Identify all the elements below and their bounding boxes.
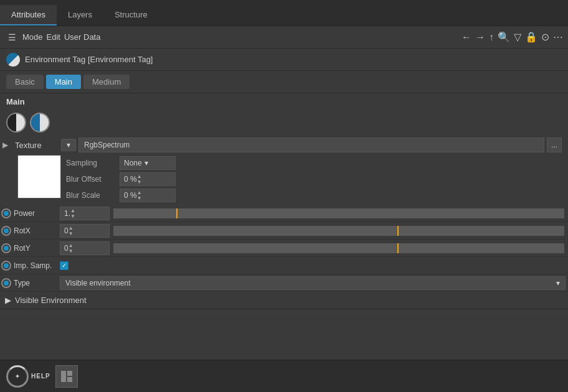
- edit-menu[interactable]: Edit: [47, 32, 60, 42]
- visible-env-label: Visible Environment: [15, 296, 87, 305]
- subtab-medium[interactable]: Medium: [83, 75, 130, 89]
- expand-arrow-icon[interactable]: ▶: [2, 141, 12, 149]
- blur-scale-label: Blur Scale: [66, 191, 116, 200]
- sampling-row: Sampling None ▾: [66, 156, 562, 170]
- texture-fields: Sampling None ▾ Blur Offset 0 % ▲▼ Blur …: [66, 155, 562, 202]
- rotx-slider[interactable]: [113, 226, 564, 236]
- toolbar-right: ← → ↑ 🔍 ▽ 🔒 ⊙ ⋯: [462, 31, 563, 43]
- imp-samp-label: Imp. Samp.: [14, 261, 57, 270]
- top-tab-bar: Attributes Layers Structure: [0, 0, 568, 26]
- roty-radio[interactable]: [1, 243, 11, 253]
- texture-dropdown-btn[interactable]: ▾: [61, 139, 76, 151]
- lock-icon[interactable]: 🔒: [525, 31, 537, 43]
- type-label: Type: [14, 279, 57, 287]
- subtab-main[interactable]: Main: [46, 75, 81, 89]
- subtab-bar: Basic Main Medium: [0, 71, 568, 93]
- title-icon: [6, 53, 20, 67]
- power-row: Power 1. ▲▼: [0, 205, 568, 222]
- tab-layers[interactable]: Layers: [57, 5, 103, 26]
- imp-samp-radio-inner: [4, 263, 9, 268]
- section-heading: Main: [0, 93, 568, 110]
- type-dropdown[interactable]: Visible environment ▾: [60, 276, 566, 290]
- roty-slider-fill: [113, 243, 397, 253]
- rotx-slider-fill: [113, 226, 397, 236]
- power-slider[interactable]: [113, 208, 564, 218]
- help-spinner-icon[interactable]: ✦: [6, 365, 29, 388]
- tab-attributes[interactable]: Attributes: [0, 5, 57, 26]
- search-icon[interactable]: 🔍: [498, 31, 510, 43]
- menu-icon[interactable]: ☰: [5, 30, 19, 44]
- texture-more-btn[interactable]: ...: [547, 138, 562, 152]
- rotx-row: RotX 0 ▲▼: [0, 222, 568, 240]
- texture-label: Texture: [15, 141, 59, 150]
- help-text: HELP: [31, 373, 50, 380]
- filter-icon[interactable]: ▽: [514, 31, 521, 43]
- power-radio[interactable]: [1, 208, 11, 218]
- svg-rect-1: [67, 371, 72, 376]
- texture-value[interactable]: RgbSpectrum: [78, 138, 544, 152]
- mode-icon-1[interactable]: [6, 113, 26, 133]
- help-spinner-label: ✦: [15, 373, 20, 380]
- rotx-input[interactable]: 0 ▲▼: [60, 224, 110, 238]
- nav-up-icon[interactable]: ↑: [489, 32, 494, 43]
- texture-preview[interactable]: [17, 155, 61, 198]
- roty-row: RotY 0 ▲▼: [0, 240, 568, 257]
- power-input[interactable]: 1. ▲▼: [60, 207, 110, 220]
- svg-rect-2: [67, 377, 72, 382]
- icon-row: [0, 110, 568, 135]
- mode-icon-2[interactable]: [30, 113, 50, 133]
- nav-forward-icon[interactable]: →: [475, 32, 485, 43]
- blur-scale-value[interactable]: 0 % ▲▼: [120, 189, 176, 202]
- imp-samp-radio[interactable]: [1, 261, 11, 271]
- more-icon[interactable]: ⋯: [553, 31, 563, 43]
- blur-scale-spinner[interactable]: ▲▼: [137, 190, 142, 201]
- sampling-label: Sampling: [66, 159, 116, 167]
- rotx-label: RotX: [14, 226, 57, 235]
- power-radio-inner: [4, 211, 9, 216]
- roty-spinner[interactable]: ▲▼: [69, 243, 73, 254]
- subtab-basic[interactable]: Basic: [6, 75, 44, 89]
- sampling-dropdown[interactable]: None ▾: [120, 156, 176, 170]
- power-spinner[interactable]: ▲▼: [70, 208, 75, 219]
- rotx-slider-thumb: [397, 226, 399, 236]
- mode-menu[interactable]: Mode: [22, 32, 43, 42]
- rotx-radio-inner: [4, 228, 9, 233]
- roty-slider[interactable]: [113, 243, 564, 253]
- help-icon-wrap: ✦ HELP: [6, 365, 50, 388]
- imp-samp-row: Imp. Samp. ✓: [0, 257, 568, 274]
- roty-radio-inner: [4, 246, 9, 251]
- roty-input[interactable]: 0 ▲▼: [60, 241, 110, 255]
- rotx-radio[interactable]: [1, 226, 11, 236]
- texture-row: ▶ Texture ▾ RgbSpectrum ...: [0, 135, 568, 155]
- power-label: Power: [14, 209, 57, 218]
- settings-icon[interactable]: ⊙: [541, 31, 549, 43]
- visible-env-expand-icon: ▶: [5, 296, 11, 305]
- nav-back-icon[interactable]: ←: [462, 32, 471, 43]
- visible-env-section[interactable]: ▶ Visible Environment: [0, 292, 568, 309]
- userdata-menu[interactable]: User Data: [64, 32, 101, 42]
- title-row: Environment Tag [Environment Tag]: [0, 49, 568, 71]
- bottom-bar: ✦ HELP: [0, 360, 568, 392]
- toolbar: ☰ Mode Edit User Data ← → ↑ 🔍 ▽ 🔒 ⊙ ⋯: [0, 26, 568, 49]
- bottom-layout-icon[interactable]: [55, 365, 78, 388]
- power-slider-thumb: [176, 208, 178, 218]
- roty-label: RotY: [14, 244, 57, 253]
- rotx-spinner[interactable]: ▲▼: [69, 225, 73, 236]
- checkmark-icon: ✓: [62, 262, 67, 269]
- title-text: Environment Tag [Environment Tag]: [25, 55, 153, 64]
- layout-svg-icon: [60, 370, 73, 383]
- blur-offset-label: Blur Offset: [66, 175, 116, 184]
- texture-detail: Sampling None ▾ Blur Offset 0 % ▲▼ Blur …: [17, 155, 562, 202]
- type-radio-inner: [4, 281, 9, 286]
- blur-scale-row: Blur Scale 0 % ▲▼: [66, 189, 562, 202]
- type-row: Type Visible environment ▾: [0, 274, 568, 292]
- blur-offset-spinner[interactable]: ▲▼: [137, 174, 142, 185]
- tab-structure[interactable]: Structure: [103, 5, 159, 26]
- blur-offset-value[interactable]: 0 % ▲▼: [120, 172, 176, 186]
- svg-rect-0: [61, 371, 66, 382]
- type-radio[interactable]: [1, 278, 11, 288]
- blur-offset-row: Blur Offset 0 % ▲▼: [66, 172, 562, 186]
- power-slider-fill: [113, 208, 176, 218]
- roty-slider-thumb: [397, 243, 399, 253]
- imp-samp-checkbox[interactable]: ✓: [60, 261, 69, 270]
